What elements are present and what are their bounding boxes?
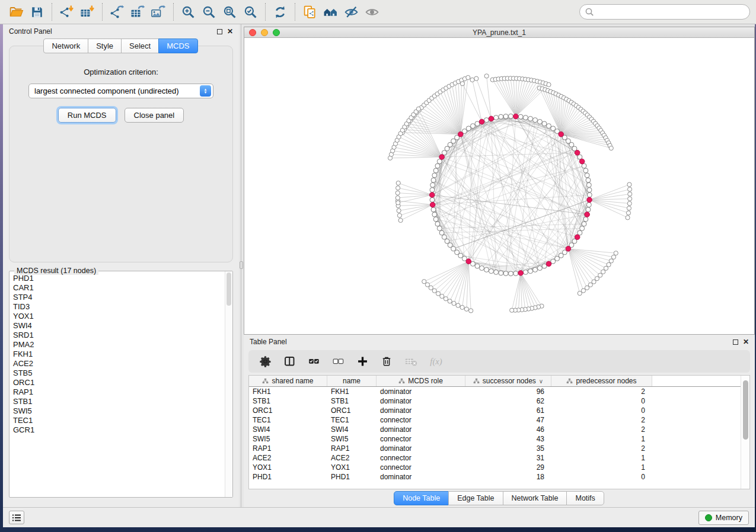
control-panel-title: Control Panel xyxy=(9,27,217,36)
float-panel-icon[interactable] xyxy=(217,29,222,34)
table-row[interactable]: SWI5SWI5connector431 xyxy=(249,434,749,444)
import-table-button[interactable] xyxy=(77,2,98,22)
mcds-result-item[interactable]: STB5 xyxy=(13,368,225,378)
task-history-button[interactable] xyxy=(9,511,24,524)
sort-desc-icon: ∨ xyxy=(539,378,543,384)
mcds-result-item[interactable]: STB1 xyxy=(13,397,225,406)
column-type-icon xyxy=(566,378,573,384)
column-type-icon xyxy=(398,378,405,384)
open-button[interactable] xyxy=(6,2,27,22)
export-image-button[interactable] xyxy=(148,2,169,22)
zoom-fit-button[interactable] xyxy=(219,2,240,22)
column-header-shared-name[interactable]: shared name xyxy=(249,376,327,386)
mcds-result-item[interactable]: SWI5 xyxy=(13,406,225,416)
mcds-result-item[interactable]: RAP1 xyxy=(13,387,225,397)
table-row[interactable]: RAP1RAP1dominator352 xyxy=(249,444,749,453)
network-overview-button[interactable] xyxy=(320,2,341,22)
column-header-successor-nodes[interactable]: successor nodes∨ xyxy=(465,376,551,386)
table-row[interactable]: TEC1TEC1connector472 xyxy=(249,415,749,425)
node-table: shared namenameMCDS rolesuccessor nodes∨… xyxy=(248,375,750,489)
mcds-result-item[interactable]: SRD1 xyxy=(13,331,225,340)
cell-name: TEC1 xyxy=(327,415,377,425)
tab-mcds[interactable]: MCDS xyxy=(158,39,197,53)
cell-name: YOX1 xyxy=(327,463,377,472)
table-scrollbar[interactable] xyxy=(741,376,749,489)
tab-network-table[interactable]: Network Table xyxy=(503,491,567,505)
toolbar-separator xyxy=(52,3,52,21)
mcds-list-scrollbar[interactable] xyxy=(225,271,232,497)
mcds-result-item[interactable]: STP4 xyxy=(13,293,225,302)
float-table-panel-icon[interactable] xyxy=(733,339,738,345)
table-row[interactable]: FKH1FKH1dominator962 xyxy=(249,387,749,396)
tab-style[interactable]: Style xyxy=(88,39,122,53)
show-graphics-details-button[interactable] xyxy=(362,2,382,22)
table-row[interactable]: ACE2ACE2connector311 xyxy=(249,453,749,463)
add-button[interactable] xyxy=(356,354,369,369)
panel-splitter[interactable] xyxy=(239,24,244,507)
zoom-selected-icon xyxy=(243,5,258,20)
delete-button[interactable] xyxy=(381,354,393,369)
column-type-icon xyxy=(262,378,269,384)
network-window-titlebar[interactable]: YPA_prune.txt_1 xyxy=(244,27,754,38)
hide-graphics-details-button[interactable] xyxy=(341,2,362,22)
export-network-button[interactable] xyxy=(107,2,127,22)
optimization-criterion-select[interactable]: largest connected component (undirected)… xyxy=(28,84,213,98)
zoom-selected-button[interactable] xyxy=(240,2,261,22)
mcds-result-item[interactable]: GCR1 xyxy=(13,425,225,435)
column-header-mcds-role[interactable]: MCDS role xyxy=(377,376,465,386)
zoom-out-button[interactable] xyxy=(199,2,219,22)
settings-button[interactable] xyxy=(259,354,272,369)
memory-button[interactable]: Memory xyxy=(698,511,749,525)
table-row[interactable]: STB1STB1dominator620 xyxy=(249,396,749,406)
mcds-result-item[interactable]: TID3 xyxy=(13,302,225,312)
tab-select[interactable]: Select xyxy=(121,39,159,53)
column-header-predecessor-nodes[interactable]: predecessor nodes xyxy=(551,376,652,386)
save-button[interactable] xyxy=(27,2,47,22)
network-canvas[interactable] xyxy=(244,38,754,334)
refresh-button[interactable] xyxy=(270,2,291,22)
close-panel-button[interactable]: Close panel xyxy=(125,108,184,123)
column-header-name[interactable]: name xyxy=(327,376,377,386)
deselect-all-button[interactable] xyxy=(332,354,344,369)
tab-motifs[interactable]: Motifs xyxy=(566,491,604,505)
zoom-fit-icon xyxy=(222,5,237,20)
cell-mcds-role: dominator xyxy=(377,406,465,415)
save-icon xyxy=(30,5,44,20)
cell-successor-nodes: 47 xyxy=(465,415,551,425)
mcds-result-item[interactable]: ACE2 xyxy=(13,359,225,368)
columns-button[interactable] xyxy=(283,354,296,369)
copy-document-button[interactable] xyxy=(299,2,320,22)
export-table-button[interactable] xyxy=(127,2,148,22)
mcds-result-item[interactable]: PMA2 xyxy=(13,340,225,350)
tab-network[interactable]: Network xyxy=(43,39,88,53)
run-mcds-button[interactable]: Run MCDS xyxy=(58,108,116,123)
search-box[interactable] xyxy=(579,4,750,20)
cell-name: RAP1 xyxy=(327,444,377,453)
close-table-panel-icon[interactable]: ✕ xyxy=(743,338,749,345)
mcds-result-list[interactable]: PHD1CAR1STP4TID3YOX1SWI4SRD1PMA2FKH1ACE2… xyxy=(9,271,225,497)
mcds-result-item[interactable]: YOX1 xyxy=(13,312,225,321)
mcds-result-item[interactable]: FKH1 xyxy=(13,350,225,359)
table-row[interactable]: SWI4SWI4dominator462 xyxy=(249,425,749,434)
control-panel: Control Panel ✕ NetworkStyleSelectMCDS O… xyxy=(3,24,239,507)
table-row[interactable]: YOX1YOX1connector291 xyxy=(249,463,749,472)
table-row[interactable]: ORC1ORC1dominator610 xyxy=(249,406,749,415)
select-all-button[interactable] xyxy=(308,354,320,369)
mcds-result-item[interactable]: CAR1 xyxy=(13,283,225,293)
mcds-result-item[interactable]: ORC1 xyxy=(13,378,225,387)
close-panel-icon[interactable]: ✕ xyxy=(227,28,233,35)
table-row[interactable]: PHD1PHD1dominator180 xyxy=(249,472,749,482)
import-network-button[interactable] xyxy=(56,2,77,22)
mcds-result-item[interactable]: SWI4 xyxy=(13,321,225,331)
zoom-in-button[interactable] xyxy=(178,2,199,22)
tab-edge-table[interactable]: Edge Table xyxy=(448,491,503,505)
cell-shared-name: SWI4 xyxy=(249,425,327,434)
network-view-window: YPA_prune.txt_1 xyxy=(244,27,755,335)
mcds-result-item[interactable]: PHD1 xyxy=(13,274,225,283)
splitter-grip[interactable] xyxy=(240,261,243,269)
tab-node-table[interactable]: Node Table xyxy=(394,491,449,505)
cell-successor-nodes: 31 xyxy=(465,453,551,463)
mcds-result-item[interactable]: TEC1 xyxy=(13,416,225,425)
status-bar: Memory xyxy=(3,507,755,527)
search-input[interactable] xyxy=(597,7,745,17)
